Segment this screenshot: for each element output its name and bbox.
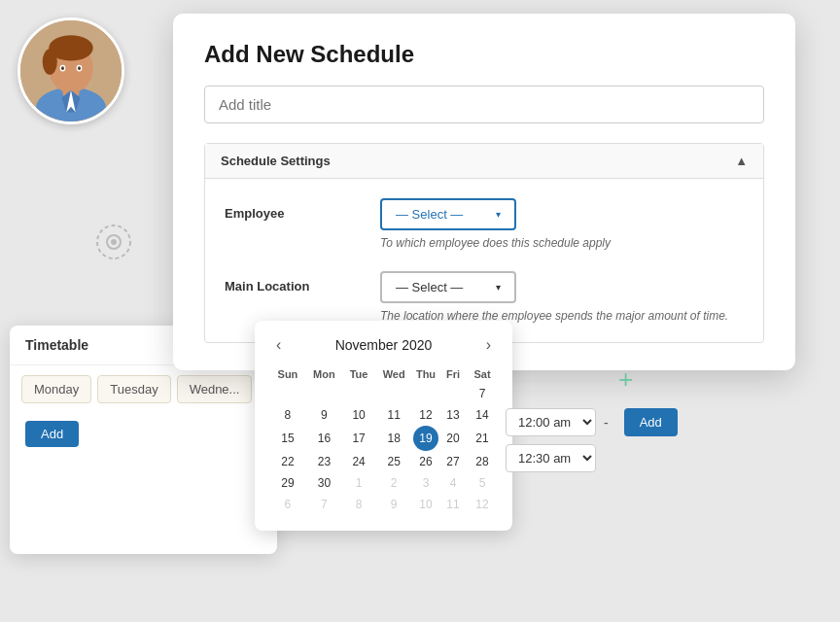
time-dash: - — [604, 415, 609, 431]
location-select-button[interactable]: — Select — ▾ — [380, 271, 516, 303]
location-field-row: Main Location — Select — ▾ The location … — [225, 271, 744, 323]
calendar-month: November — [335, 337, 399, 353]
cal-dow-fri: Fri — [438, 365, 468, 383]
calendar-day-cell[interactable]: 27 — [438, 451, 468, 472]
calendar-day-cell — [374, 383, 413, 404]
employee-field-row: Employee — Select — ▾ To which employee … — [225, 198, 744, 250]
start-time-row: 12:00 am 12:30 am 1:00 am - Add — [506, 408, 678, 436]
calendar-day-cell — [305, 383, 343, 404]
settings-body: Employee — Select — ▾ To which employee … — [205, 179, 763, 342]
calendar-day-cell[interactable]: 9 — [305, 404, 343, 426]
cal-dow-mon: Mon — [305, 365, 343, 383]
cal-dow-thu: Thu — [413, 365, 438, 383]
calendar-day-cell[interactable]: 28 — [468, 451, 497, 472]
calendar-day-cell[interactable]: 8 — [270, 404, 305, 426]
add-schedule-modal: Add New Schedule Schedule Settings ▲ Emp… — [173, 14, 795, 370]
calendar-day-cell[interactable]: 16 — [305, 426, 343, 451]
calendar-day-cell[interactable]: 6 — [270, 494, 305, 515]
time-add-panel: 12:00 am 12:30 am 1:00 am - Add 12:30 am… — [506, 408, 678, 472]
calendar-day-cell[interactable]: 3 — [413, 472, 438, 494]
gear-icon — [95, 224, 132, 260]
calendar-day-cell[interactable]: 25 — [374, 451, 413, 472]
calendar-day-cell — [438, 383, 468, 404]
calendar-grid: Sun Mon Tue Wed Thu Fri Sat 789101112131… — [270, 365, 497, 515]
end-time-select[interactable]: 12:30 am 1:00 am — [506, 444, 596, 472]
calendar-header: ‹ November 2020 › — [270, 334, 497, 356]
calendar-week-row: 293012345 — [270, 472, 497, 494]
employee-label: Employee — [225, 198, 380, 221]
calendar-prev-button[interactable]: ‹ — [270, 334, 287, 356]
cal-dow-tue: Tue — [343, 365, 374, 383]
cal-dow-sat: Sat — [468, 365, 497, 383]
calendar-day-cell[interactable]: 24 — [343, 451, 374, 472]
calendar-day-cell[interactable]: 11 — [438, 494, 468, 515]
calendar-day-cell[interactable]: 9 — [374, 494, 413, 515]
calendar-day-cell[interactable]: 18 — [374, 426, 413, 451]
calendar-body: 7891011121314151617181920212223242526272… — [270, 383, 497, 515]
calendar-day-cell[interactable]: 23 — [305, 451, 343, 472]
calendar-day-cell[interactable]: 15 — [270, 426, 305, 451]
calendar-day-cell[interactable]: 26 — [413, 451, 438, 472]
employee-chevron-icon: ▾ — [496, 209, 501, 220]
timetable-day-wednesday: Wedne... — [177, 375, 253, 403]
calendar-next-button[interactable]: › — [480, 334, 497, 356]
employee-select-button[interactable]: — Select — ▾ — [380, 198, 516, 230]
employee-hint: To which employee does this schedule app… — [380, 236, 744, 250]
calendar-day-cell[interactable]: 1 — [343, 472, 374, 494]
timetable-day-monday: Monday — [21, 375, 91, 403]
calendar-day-cell[interactable]: 20 — [438, 426, 468, 451]
calendar-week-row: 22232425262728 — [270, 451, 497, 472]
calendar-day-cell[interactable]: 2 — [374, 472, 413, 494]
calendar-day-cell[interactable]: 7 — [468, 383, 497, 404]
calendar-day-cell — [270, 383, 305, 404]
calendar-day-cell[interactable]: 8 — [343, 494, 374, 515]
calendar-day-cell — [343, 383, 374, 404]
timetable-day-tuesday: Tuesday — [97, 375, 170, 403]
timetable-add-button[interactable]: Add — [25, 421, 79, 447]
calendar-day-cell[interactable]: 12 — [413, 404, 438, 426]
svg-point-5 — [43, 49, 57, 74]
start-time-select[interactable]: 12:00 am 12:30 am 1:00 am — [506, 408, 596, 436]
avatar — [18, 17, 124, 124]
employee-control: — Select — ▾ To which employee does this… — [380, 198, 744, 250]
settings-header-label: Schedule Settings — [221, 154, 331, 168]
calendar-panel: ‹ November 2020 › Sun Mon Tue Wed Thu Fr… — [255, 321, 512, 531]
calendar-day-cell[interactable]: 5 — [468, 472, 497, 494]
svg-point-15 — [111, 239, 117, 245]
add-time-button[interactable]: Add — [624, 408, 678, 436]
calendar-month-year: November 2020 — [335, 337, 433, 353]
svg-point-9 — [78, 66, 81, 70]
collapse-icon[interactable]: ▲ — [735, 154, 748, 168]
calendar-day-cell[interactable]: 14 — [468, 404, 497, 426]
calendar-day-cell[interactable]: 21 — [468, 426, 497, 451]
location-label: Main Location — [225, 271, 380, 294]
calendar-day-cell[interactable]: 22 — [270, 451, 305, 472]
employee-select-text: — Select — — [396, 207, 463, 222]
calendar-day-cell[interactable]: 13 — [438, 404, 468, 426]
calendar-day-cell[interactable]: 4 — [438, 472, 468, 494]
calendar-day-cell[interactable]: 10 — [413, 494, 438, 515]
title-input[interactable] — [204, 86, 764, 123]
calendar-day-cell[interactable]: 10 — [343, 404, 374, 426]
schedule-settings-section: Schedule Settings ▲ Employee — Select — … — [204, 143, 764, 343]
calendar-day-cell[interactable]: 17 — [343, 426, 374, 451]
calendar-week-row: 7 — [270, 383, 497, 404]
svg-point-8 — [61, 66, 64, 70]
location-chevron-icon: ▾ — [496, 282, 501, 293]
calendar-year: 2020 — [402, 337, 432, 353]
calendar-day-cell[interactable]: 11 — [374, 404, 413, 426]
calendar-day-cell[interactable]: 12 — [468, 494, 497, 515]
calendar-week-row: 6789101112 — [270, 494, 497, 515]
calendar-days-row: Sun Mon Tue Wed Thu Fri Sat — [270, 365, 497, 383]
modal-title: Add New Schedule — [204, 41, 764, 68]
calendar-day-cell[interactable]: 19 — [413, 426, 438, 451]
location-control: — Select — ▾ The location where the empl… — [380, 271, 744, 323]
cal-dow-wed: Wed — [374, 365, 413, 383]
location-select-text: — Select — — [396, 280, 463, 294]
calendar-day-cell[interactable]: 30 — [305, 472, 343, 494]
calendar-day-cell[interactable]: 7 — [305, 494, 343, 515]
add-plus-icon[interactable]: + — [618, 364, 633, 395]
calendar-day-cell[interactable]: 29 — [270, 472, 305, 494]
settings-header: Schedule Settings ▲ — [205, 144, 763, 179]
calendar-week-row: 891011121314 — [270, 404, 497, 426]
